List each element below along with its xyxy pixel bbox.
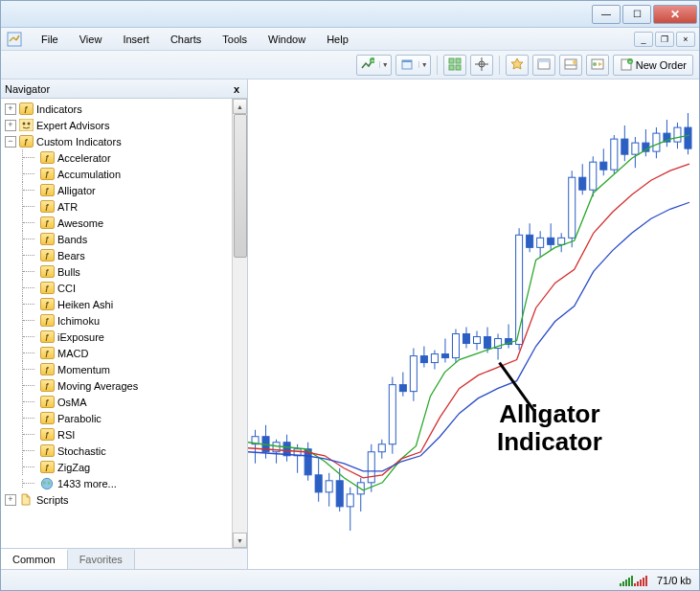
- chart-area[interactable]: Alligator Indicator: [248, 80, 699, 569]
- tree-indicators[interactable]: Indicators: [36, 103, 82, 115]
- tree-item-expert-advisors[interactable]: +Expert Advisors: [1, 117, 232, 133]
- tree-item-momentum[interactable]: ƒMomentum: [1, 361, 232, 377]
- scroll-up-button[interactable]: ▲: [233, 99, 247, 114]
- tree-item-label[interactable]: Moving Averages: [57, 380, 138, 392]
- tree-item-label[interactable]: ATR: [57, 201, 78, 213]
- tree-scripts[interactable]: Scripts: [36, 494, 69, 506]
- mdi-minimize-button[interactable]: _: [634, 32, 653, 47]
- svg-rect-73: [474, 337, 481, 344]
- new-chart-button[interactable]: + ▼: [356, 55, 392, 76]
- navigator-button[interactable]: [532, 55, 555, 76]
- market-watch-button[interactable]: [443, 55, 466, 76]
- scrollbar[interactable]: ▲ ▼: [232, 99, 247, 548]
- tree-item-rsi[interactable]: ƒRSI: [1, 426, 232, 443]
- fx-icon: ƒ: [39, 183, 55, 198]
- tree-item-label[interactable]: Ichimoku: [57, 315, 100, 327]
- menu-charts[interactable]: Charts: [161, 30, 211, 49]
- fx-icon: ƒ: [39, 346, 55, 361]
- svg-rect-63: [420, 356, 427, 363]
- tree-item-label[interactable]: Accumulation: [57, 169, 121, 180]
- navigator-tree: +ƒIndicators+Expert Advisors−ƒCustom Ind…: [1, 99, 232, 548]
- tree-item-label[interactable]: Accelerator: [57, 152, 111, 164]
- tree-item-label[interactable]: Heiken Ashi: [57, 299, 113, 310]
- tree-item-heiken-ashi[interactable]: ƒHeiken Ashi: [1, 296, 232, 312]
- tree-item-label[interactable]: Bears: [57, 250, 85, 261]
- fx-icon: ƒ: [18, 134, 34, 149]
- mdi-close-button[interactable]: ×: [676, 32, 695, 47]
- menu-tools[interactable]: Tools: [213, 30, 257, 49]
- tree-item-label[interactable]: Alligator: [57, 185, 96, 196]
- tree-item-iexposure[interactable]: ƒiExposure: [1, 329, 232, 345]
- profiles-button[interactable]: ▼: [395, 55, 431, 76]
- menu-help[interactable]: Help: [317, 30, 358, 49]
- tree-item-bears[interactable]: ƒBears: [1, 247, 232, 263]
- tree-item-label[interactable]: Bands: [57, 234, 87, 245]
- fx-icon: ƒ: [39, 411, 55, 426]
- menu-insert[interactable]: Insert: [113, 30, 159, 49]
- tree-item-moving-averages[interactable]: ƒMoving Averages: [1, 377, 232, 394]
- tree-item-accelerator[interactable]: ƒAccelerator: [1, 149, 232, 166]
- new-order-button[interactable]: + New Order: [613, 55, 693, 76]
- tree-item-bulls[interactable]: ƒBulls: [1, 263, 232, 280]
- svg-text:+: +: [628, 58, 632, 64]
- navigator-title: Navigator: [5, 83, 50, 95]
- tree-item-label[interactable]: ZigZag: [57, 462, 90, 473]
- tree-item-alligator[interactable]: ƒAlligator: [1, 182, 232, 198]
- navigator-close-button[interactable]: x: [230, 83, 243, 95]
- scroll-down-button[interactable]: ▼: [233, 533, 247, 548]
- annotation-line-1: Alligator: [497, 400, 602, 428]
- tree-item-accumulation[interactable]: ƒAccumulation: [1, 166, 232, 182]
- tree-item-label[interactable]: OsMA: [57, 397, 87, 408]
- tab-common[interactable]: Common: [1, 549, 68, 569]
- svg-rect-107: [653, 133, 660, 151]
- maximize-button[interactable]: ☐: [622, 5, 651, 24]
- menu-view[interactable]: View: [70, 30, 112, 49]
- strategy-tester-button[interactable]: [586, 55, 609, 76]
- tree-item-zigzag[interactable]: ƒZigZag: [1, 459, 232, 475]
- crosshair-button[interactable]: [470, 55, 493, 76]
- tree-item-cci[interactable]: ƒCCI: [1, 280, 232, 296]
- terminal-button[interactable]: [559, 55, 582, 76]
- tree-item-awesome[interactable]: ƒAwesome: [1, 215, 232, 231]
- tree-item-label[interactable]: CCI: [57, 283, 76, 294]
- expander-icon[interactable]: +: [5, 120, 16, 131]
- tree-item-more[interactable]: 1433 more...: [1, 475, 232, 491]
- tree-item-parabolic[interactable]: ƒParabolic: [1, 410, 232, 426]
- tree-item-label[interactable]: iExposure: [57, 331, 104, 343]
- svg-rect-87: [548, 238, 554, 244]
- close-button[interactable]: ✕: [653, 5, 697, 24]
- tree-item-custom-indicators[interactable]: −ƒCustom Indicators: [1, 133, 232, 149]
- tree-item-label[interactable]: RSI: [57, 429, 75, 441]
- tree-item-ichimoku[interactable]: ƒIchimoku: [1, 312, 232, 329]
- tree-more-label[interactable]: 1433 more...: [57, 478, 117, 489]
- tree-item-label[interactable]: MACD: [57, 348, 88, 359]
- expander-icon[interactable]: −: [5, 136, 16, 148]
- tree-item-indicators[interactable]: +ƒIndicators: [1, 101, 232, 117]
- tree-item-atr[interactable]: ƒATR: [1, 198, 232, 215]
- scroll-thumb[interactable]: [234, 114, 247, 258]
- svg-point-29: [41, 478, 52, 489]
- tree-item-label[interactable]: Bulls: [57, 266, 80, 278]
- fx-icon: ƒ: [39, 216, 55, 231]
- tree-item-macd[interactable]: ƒMACD: [1, 345, 232, 361]
- menu-file[interactable]: File: [32, 30, 68, 49]
- expander-icon[interactable]: +: [5, 494, 16, 506]
- tree-item-label[interactable]: Stochastic: [57, 445, 106, 457]
- mdi-restore-button[interactable]: ❐: [655, 32, 674, 47]
- minimize-button[interactable]: —: [592, 5, 621, 24]
- tree-item-stochastic[interactable]: ƒStochastic: [1, 443, 232, 459]
- tree-custom-indicators[interactable]: Custom Indicators: [36, 136, 122, 148]
- menu-window[interactable]: Window: [259, 30, 315, 49]
- tree-item-label[interactable]: Awesome: [57, 217, 103, 229]
- tree-item-osma[interactable]: ƒOsMA: [1, 394, 232, 410]
- data-window-button[interactable]: [506, 55, 529, 76]
- tree-item-scripts[interactable]: +Scripts: [1, 491, 232, 508]
- expander-icon[interactable]: +: [5, 103, 16, 115]
- tree-item-label[interactable]: Momentum: [57, 364, 110, 375]
- tree-item-bands[interactable]: ƒBands: [1, 231, 232, 247]
- tree-expert-advisors[interactable]: Expert Advisors: [36, 120, 109, 131]
- crosshair-icon: [475, 57, 488, 73]
- tree-item-label[interactable]: Parabolic: [57, 413, 102, 424]
- tab-favorites[interactable]: Favorites: [68, 549, 135, 569]
- svg-rect-10: [456, 58, 461, 63]
